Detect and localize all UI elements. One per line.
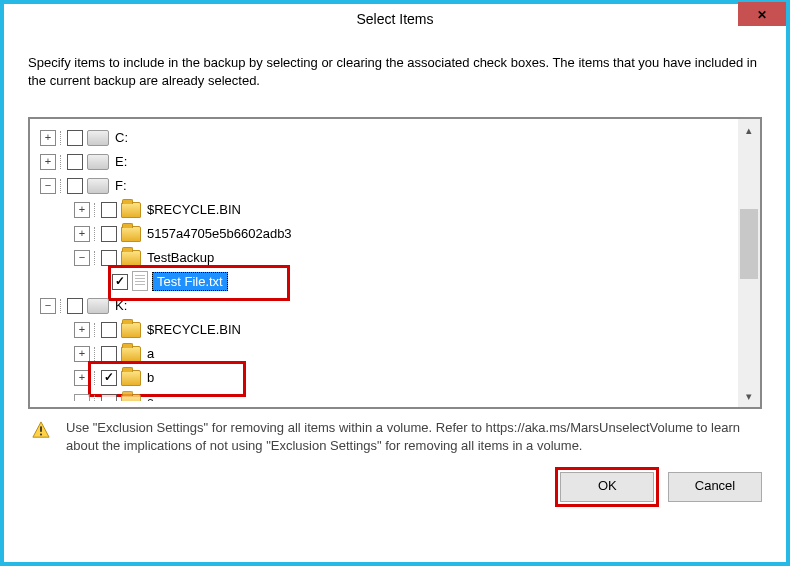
expand-icon[interactable]: + (74, 370, 90, 386)
tree-item-drive-e[interactable]: +E: (40, 149, 734, 173)
drive-icon (87, 130, 109, 146)
tree-connector (60, 131, 65, 145)
tree-connector (94, 323, 99, 337)
tree-item-f-recycle[interactable]: +$RECYCLE.BIN (40, 197, 734, 221)
tree-label-selected: Test File.txt (152, 272, 228, 291)
expand-icon[interactable]: + (40, 154, 56, 170)
checkbox[interactable] (67, 130, 83, 146)
checkbox[interactable] (101, 346, 117, 362)
tree-connector (94, 371, 99, 385)
select-items-dialog: Select Items Specify items to include in… (4, 4, 786, 562)
folder-icon (121, 226, 141, 242)
tree-label: F: (115, 178, 127, 193)
dialog-title: Select Items (356, 11, 433, 27)
tree-item-drive-k[interactable]: −K: (40, 293, 734, 317)
exclusion-hint: Use "Exclusion Settings" for removing al… (28, 419, 762, 454)
warning-icon (32, 421, 50, 439)
tree-item-f-testbackup[interactable]: −TestBackup (40, 245, 734, 269)
checkbox[interactable] (101, 394, 117, 401)
checkbox[interactable] (101, 322, 117, 338)
svg-rect-1 (40, 426, 42, 431)
scroll-up-icon[interactable]: ▴ (738, 119, 760, 141)
tree-label: C: (115, 130, 128, 145)
tree-viewport: +C: +E: −F: +$RECYCLE.BIN +5157a4705e5b6… (40, 125, 734, 401)
checkbox-checked[interactable]: ✓ (112, 274, 128, 290)
drive-icon (87, 154, 109, 170)
expand-icon[interactable]: − (74, 394, 90, 401)
tree-label: $RECYCLE.BIN (147, 202, 241, 217)
tree-connector (94, 395, 99, 401)
tree-connector (60, 155, 65, 169)
checkbox[interactable] (101, 202, 117, 218)
folder-icon (121, 394, 141, 401)
file-icon (132, 271, 148, 291)
checkbox[interactable] (67, 298, 83, 314)
hint-text: Use "Exclusion Settings" for removing al… (66, 419, 762, 454)
checkbox[interactable] (101, 226, 117, 242)
close-button[interactable] (738, 2, 786, 26)
svg-rect-2 (40, 434, 42, 436)
tree-label: 5157a4705e5b6602adb3 (147, 226, 292, 241)
folder-icon (121, 202, 141, 218)
tree-label: a (147, 346, 154, 361)
expand-icon[interactable]: + (74, 202, 90, 218)
items-tree: +C: +E: −F: +$RECYCLE.BIN +5157a4705e5b6… (28, 117, 762, 409)
tree-item-k-b[interactable]: +✓b (40, 365, 734, 389)
tree-label: TestBackup (147, 250, 214, 265)
tree-connector (94, 251, 99, 265)
tree-item-drive-f[interactable]: −F: (40, 173, 734, 197)
tree-connector (60, 179, 65, 193)
tree-label: $RECYCLE.BIN (147, 322, 241, 337)
cancel-button[interactable]: Cancel (668, 472, 762, 502)
tree-label: c (147, 394, 154, 401)
tree-connector (60, 299, 65, 313)
tree-label: E: (115, 154, 127, 169)
tree-item-k-recycle[interactable]: +$RECYCLE.BIN (40, 317, 734, 341)
collapse-icon[interactable]: − (74, 250, 90, 266)
expand-icon[interactable]: + (74, 322, 90, 338)
ok-button[interactable]: OK (560, 472, 654, 502)
tree-item-k-a[interactable]: +a (40, 341, 734, 365)
dialog-content: Specify items to include in the backup b… (28, 54, 762, 546)
checkbox[interactable] (101, 250, 117, 266)
tree-label: K: (115, 298, 127, 313)
drive-icon (87, 298, 109, 314)
dialog-description: Specify items to include in the backup b… (28, 54, 762, 89)
checkbox[interactable] (67, 154, 83, 170)
dialog-buttons: OK Cancel (28, 472, 762, 502)
folder-icon (121, 250, 141, 266)
tree-item-test-file[interactable]: ✓Test File.txt (40, 269, 734, 293)
folder-icon (121, 370, 141, 386)
tree-item-drive-c[interactable]: +C: (40, 125, 734, 149)
folder-icon (121, 346, 141, 362)
tree-item-k-c[interactable]: −c (40, 389, 734, 401)
collapse-icon[interactable]: − (40, 178, 56, 194)
checkbox[interactable] (67, 178, 83, 194)
scroll-down-icon[interactable]: ▾ (738, 385, 760, 407)
drive-icon (87, 178, 109, 194)
tree-connector (94, 227, 99, 241)
collapse-icon[interactable]: − (40, 298, 56, 314)
tree-scrollbar[interactable]: ▴ ▾ (738, 119, 760, 407)
checkbox-checked[interactable]: ✓ (101, 370, 117, 386)
expand-icon[interactable]: + (74, 226, 90, 242)
titlebar: Select Items (4, 4, 786, 34)
expand-icon[interactable]: + (74, 346, 90, 362)
tree-connector (94, 347, 99, 361)
expand-icon[interactable]: + (40, 130, 56, 146)
scroll-thumb[interactable] (740, 209, 758, 279)
tree-label: b (147, 370, 154, 385)
tree-item-f-guid[interactable]: +5157a4705e5b6602adb3 (40, 221, 734, 245)
tree-connector (94, 203, 99, 217)
folder-icon (121, 322, 141, 338)
